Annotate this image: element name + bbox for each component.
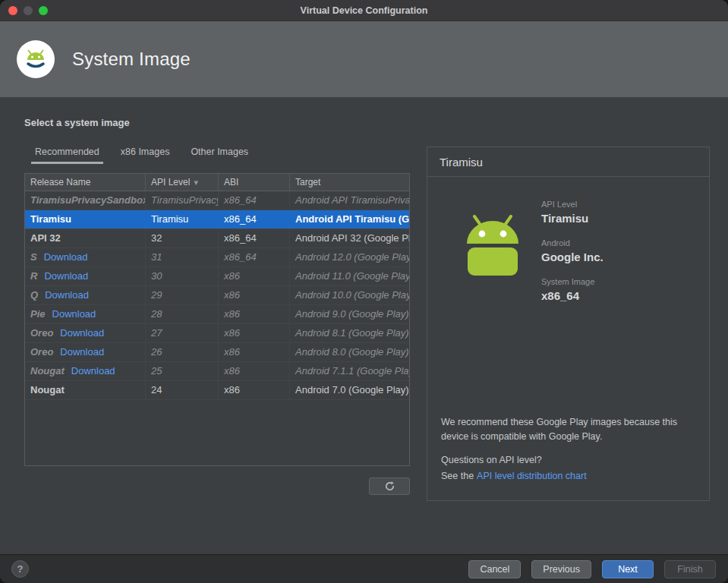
table-row[interactable]: OreoDownload27x86Android 8.1 (Google Pla… bbox=[25, 324, 409, 343]
close-window-button[interactable] bbox=[8, 6, 17, 15]
target-cell: Android 7.0 (Google Play) bbox=[290, 381, 409, 399]
android-robot-logo bbox=[461, 215, 525, 281]
release-name: API 32 bbox=[30, 232, 61, 244]
api-cell: 30 bbox=[146, 267, 219, 285]
recommendation-text: We recommend these Google Play images be… bbox=[441, 415, 702, 444]
abi-cell: x86 bbox=[219, 286, 290, 304]
api-cell: 29 bbox=[146, 286, 219, 304]
release-name: Tiramisu bbox=[30, 213, 71, 225]
abi-cell: x86_64 bbox=[219, 229, 290, 247]
target-cell: Android API TiramisuPrivac bbox=[290, 191, 409, 210]
vendor-value: Google Inc. bbox=[541, 251, 604, 263]
dialog-footer: ? Cancel Previous Next Finish bbox=[0, 554, 728, 583]
table-row[interactable]: PieDownload28x86Android 9.0 (Google Play… bbox=[25, 305, 409, 324]
table-row[interactable]: SDownload31x86_64Android 12.0 (Google Pl… bbox=[25, 248, 409, 267]
previous-button[interactable]: Previous bbox=[531, 560, 591, 578]
virtual-device-configuration-dialog: Virtual Device Configuration System Imag… bbox=[0, 0, 728, 583]
abi-cell: x86_64 bbox=[219, 248, 290, 266]
api-cell: TiramisuPrivacy bbox=[146, 191, 219, 210]
tab-other-images[interactable]: Other Images bbox=[180, 141, 259, 165]
column-header-abi[interactable]: ABI bbox=[219, 174, 290, 191]
sort-descending-icon bbox=[190, 177, 198, 188]
release-name: S bbox=[30, 251, 37, 263]
minimize-window-button[interactable] bbox=[24, 6, 33, 15]
window-controls bbox=[8, 6, 48, 15]
api-cell: Tiramisu bbox=[146, 210, 219, 228]
table-row[interactable]: TiramisuPrivacySandboxTiramisuPrivacyx86… bbox=[25, 191, 409, 210]
table-row[interactable]: TiramisuTiramisux86_64Android API Tirami… bbox=[25, 210, 409, 229]
system-image-label: System Image bbox=[541, 277, 604, 286]
window-title: Virtual Device Configuration bbox=[301, 5, 428, 16]
image-properties: API Level Tiramisu Android Google Inc. S… bbox=[541, 200, 604, 316]
zoom-window-button[interactable] bbox=[39, 6, 48, 15]
target-cell: Android 11.0 (Google Play) bbox=[290, 267, 409, 285]
tab-x86-images[interactable]: x86 Images bbox=[110, 141, 181, 165]
api-question-text: Questions on API level? bbox=[441, 455, 542, 465]
api-level-value: Tiramisu bbox=[541, 212, 604, 225]
table-row[interactable]: RDownload30x86Android 11.0 (Google Play) bbox=[25, 267, 409, 286]
api-cell: 32 bbox=[146, 229, 219, 247]
table-row[interactable]: OreoDownload26x86Android 8.0 (Google Pla… bbox=[25, 343, 409, 362]
column-header-release-name[interactable]: Release Name bbox=[25, 174, 146, 191]
abi-cell: x86 bbox=[219, 381, 290, 399]
refresh-button[interactable] bbox=[369, 477, 410, 495]
download-link[interactable]: Download bbox=[45, 289, 89, 301]
selected-image-title: Tiramisu bbox=[427, 147, 709, 177]
api-cell: 31 bbox=[146, 248, 219, 266]
help-button[interactable]: ? bbox=[11, 560, 29, 578]
api-link-line: See theAPI level distribution chart bbox=[441, 471, 587, 481]
download-link[interactable]: Download bbox=[52, 308, 96, 320]
target-cell: Android 7.1.1 (Google Play) bbox=[290, 362, 409, 380]
column-header-target[interactable]: Target bbox=[290, 174, 409, 191]
api-cell: 24 bbox=[146, 381, 219, 399]
target-cell: Android 12.0 (Google Play) bbox=[290, 248, 409, 266]
target-cell: Android 8.1 (Google Play) bbox=[290, 324, 409, 342]
table-row[interactable]: QDownload29x86Android 10.0 (Google Play) bbox=[25, 286, 409, 305]
abi-cell: x86 bbox=[219, 343, 290, 361]
api-level-distribution-chart-link[interactable]: API level distribution chart bbox=[477, 471, 587, 481]
table-header: Release Name API Level ABI Target bbox=[25, 174, 409, 191]
selected-image-details-panel: Tiramisu API Level Tiramisu Android bbox=[427, 147, 710, 501]
download-link[interactable]: Download bbox=[44, 251, 88, 263]
table-row[interactable]: NougatDownload25x86Android 7.1.1 (Google… bbox=[25, 362, 409, 381]
abi-cell: x86_64 bbox=[219, 210, 290, 228]
table-row[interactable]: API 3232x86_64Android API 32 (Google Pla bbox=[25, 229, 409, 248]
tab-recommended[interactable]: Recommended bbox=[24, 141, 110, 165]
system-image-value: x86_64 bbox=[541, 289, 604, 302]
release-name: Oreo bbox=[30, 327, 53, 339]
cancel-button[interactable]: Cancel bbox=[468, 560, 521, 578]
release-name: Oreo bbox=[30, 346, 53, 358]
download-link[interactable]: Download bbox=[71, 365, 115, 377]
column-header-api-level[interactable]: API Level bbox=[146, 174, 219, 191]
page-title: System Image bbox=[72, 49, 191, 70]
api-cell: 25 bbox=[146, 362, 219, 380]
wizard-header: System Image bbox=[0, 21, 728, 97]
refresh-icon bbox=[384, 481, 396, 492]
target-cell: Android 9.0 (Google Play) bbox=[290, 305, 409, 323]
release-name: Nougat bbox=[30, 365, 65, 377]
footer-buttons: Cancel Previous Next Finish bbox=[468, 560, 716, 578]
release-name: R bbox=[30, 270, 37, 282]
abi-cell: x86_64 bbox=[219, 191, 290, 210]
abi-cell: x86 bbox=[219, 305, 290, 323]
abi-cell: x86 bbox=[219, 267, 290, 285]
download-link[interactable]: Download bbox=[60, 327, 104, 339]
target-cell: Android 10.0 (Google Play) bbox=[290, 286, 409, 304]
table-body: TiramisuPrivacySandboxTiramisuPrivacyx86… bbox=[25, 191, 409, 400]
details-body: API Level Tiramisu Android Google Inc. S… bbox=[427, 177, 709, 500]
download-link[interactable]: Download bbox=[60, 346, 104, 358]
vendor-label: Android bbox=[541, 238, 604, 247]
finish-button: Finish bbox=[664, 560, 716, 578]
table-row[interactable]: Nougat24x86Android 7.0 (Google Play) bbox=[25, 381, 409, 400]
section-title: Select a system image bbox=[24, 117, 130, 128]
api-cell: 27 bbox=[146, 324, 219, 342]
api-cell: 26 bbox=[146, 343, 219, 361]
release-name: Q bbox=[30, 289, 38, 301]
target-cell: Android 8.0 (Google Play) bbox=[290, 343, 409, 361]
release-name: Pie bbox=[30, 308, 46, 320]
api-cell: 28 bbox=[146, 305, 219, 323]
dialog-body: Select a system image Recommended x86 Im… bbox=[0, 97, 728, 554]
download-link[interactable]: Download bbox=[44, 270, 88, 282]
target-cell: Android API Tiramisu (Goo bbox=[290, 210, 409, 228]
next-button[interactable]: Next bbox=[602, 560, 654, 578]
